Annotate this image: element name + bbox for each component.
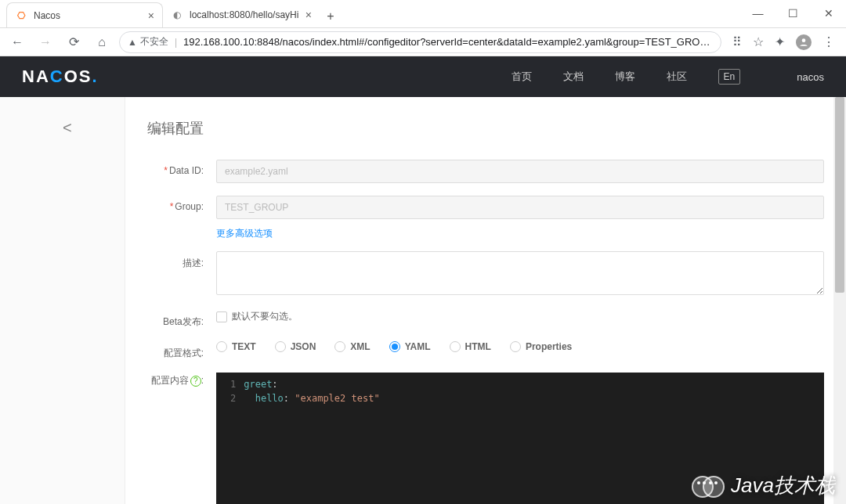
more-options-link[interactable]: 更多高级选项 [216, 228, 273, 239]
star-icon[interactable]: ☆ [753, 34, 764, 49]
format-radio-group: TEXT JSON XML YAML HTML Properties [216, 341, 824, 352]
radio-icon [510, 341, 521, 352]
editor-code[interactable]: greet: hello: "example2 test" [244, 373, 379, 504]
maximize-button[interactable]: ☐ [776, 0, 811, 27]
url-box[interactable]: ▲ 不安全 | 192.168.100.10:8848/nacos/index.… [119, 31, 721, 53]
row-desc: 描述: [147, 251, 824, 297]
url-text: 192.168.100.10:8848/nacos/index.html#/co… [183, 36, 713, 48]
insecure-label: 不安全 [140, 35, 168, 49]
back-button[interactable]: ← [6, 31, 28, 53]
profile-avatar[interactable] [796, 34, 812, 50]
toolbar-icons: ⠿ ☆ ✦ ⋮ [728, 34, 840, 50]
row-more: 更多高级选项 [147, 227, 824, 240]
row-beta: Beta发布: 默认不要勾选。 [147, 310, 824, 329]
label-group: *Group: [147, 196, 216, 212]
nav-docs[interactable]: 文档 [563, 70, 584, 84]
extensions-icon[interactable]: ✦ [775, 34, 785, 49]
forward-button[interactable]: → [34, 31, 56, 53]
nacos-icon: ⎔ [15, 9, 27, 22]
radio-icon [389, 341, 400, 352]
format-yaml[interactable]: YAML [389, 341, 431, 352]
browser-address-bar: ← → ⟳ ⌂ ▲ 不安全 | 192.168.100.10:8848/naco… [0, 28, 846, 56]
translate-icon[interactable]: ⠿ [732, 34, 742, 49]
browser-title-bar: ⎔ Nacos × ◐ localhost:8080/hello/sayHi ×… [0, 0, 846, 28]
radio-icon [450, 341, 461, 352]
sidebar: < [0, 97, 125, 504]
format-text[interactable]: TEXT [216, 341, 256, 352]
scrollbar-thumb[interactable] [835, 97, 844, 293]
nav-blog[interactable]: 博客 [615, 70, 635, 84]
input-description[interactable] [216, 251, 824, 295]
row-format: 配置格式: TEXT JSON XML YAML HTML Properties [147, 341, 824, 360]
radio-icon [334, 341, 345, 352]
watermark: Java技术栈 [692, 472, 835, 499]
label-desc: 描述: [147, 251, 216, 270]
url-separator: | [175, 37, 177, 48]
content-wrap: < 编辑配置 *Data ID: *Group: 更多高级选项 [0, 97, 846, 504]
browser-tab-nacos[interactable]: ⎔ Nacos × [6, 2, 163, 27]
vertical-scrollbar[interactable] [833, 97, 846, 504]
label-data-id: *Data ID: [147, 160, 216, 176]
format-properties[interactable]: Properties [510, 341, 572, 352]
input-group [216, 196, 824, 219]
tab-title-1: Nacos [34, 10, 143, 21]
app-header: NACOS. 首页 文档 博客 社区 En nacos [0, 56, 846, 97]
window-controls: — ☐ ✕ [740, 0, 846, 27]
nav-community[interactable]: 社区 [667, 70, 687, 84]
help-icon[interactable]: ? [190, 376, 201, 387]
page-title: 编辑配置 [147, 119, 824, 138]
beta-hint: 默认不要勾选。 [232, 310, 298, 323]
row-group: *Group: [147, 196, 824, 219]
beta-checkbox[interactable] [216, 311, 227, 322]
label-content: 配置内容?: [147, 373, 216, 387]
main-panel: 编辑配置 *Data ID: *Group: 更多高级选项 [125, 97, 846, 504]
home-button[interactable]: ⌂ [91, 31, 113, 53]
nacos-logo[interactable]: NACOS. [22, 67, 99, 87]
close-icon[interactable]: × [148, 9, 154, 22]
minimize-button[interactable]: — [740, 0, 776, 27]
format-xml[interactable]: XML [334, 341, 370, 352]
globe-icon: ◐ [171, 9, 183, 21]
input-data-id [216, 160, 824, 183]
user-menu[interactable]: nacos [797, 71, 824, 83]
label-beta: Beta发布: [147, 310, 216, 329]
svg-point-0 [802, 38, 806, 42]
new-tab-button[interactable]: + [320, 5, 342, 27]
watermark-text: Java技术栈 [731, 472, 835, 499]
beta-checkbox-wrap[interactable]: 默认不要勾选。 [216, 310, 824, 323]
radio-icon [275, 341, 286, 352]
tab-title-2: localhost:8080/hello/sayHi [190, 9, 301, 20]
browser-tabs: ⎔ Nacos × ◐ localhost:8080/hello/sayHi ×… [0, 2, 342, 27]
close-button[interactable]: ✕ [811, 0, 846, 27]
label-format: 配置格式: [147, 341, 216, 360]
top-nav: 首页 文档 博客 社区 En nacos [512, 69, 824, 85]
format-json[interactable]: JSON [275, 341, 316, 352]
language-toggle[interactable]: En [718, 69, 741, 85]
nav-home[interactable]: 首页 [512, 70, 532, 84]
format-html[interactable]: HTML [450, 341, 491, 352]
editor-gutter: 12 [216, 373, 244, 504]
insecure-icon: ▲ 不安全 [128, 35, 168, 49]
wechat-icon [692, 474, 726, 498]
menu-icon[interactable]: ⋮ [822, 34, 835, 49]
radio-icon [216, 341, 227, 352]
browser-tab-localhost[interactable]: ◐ localhost:8080/hello/sayHi × [163, 2, 320, 27]
close-icon[interactable]: × [306, 9, 312, 21]
row-data-id: *Data ID: [147, 160, 824, 183]
collapse-sidebar-icon[interactable]: < [63, 119, 72, 137]
reload-button[interactable]: ⟳ [63, 31, 85, 53]
